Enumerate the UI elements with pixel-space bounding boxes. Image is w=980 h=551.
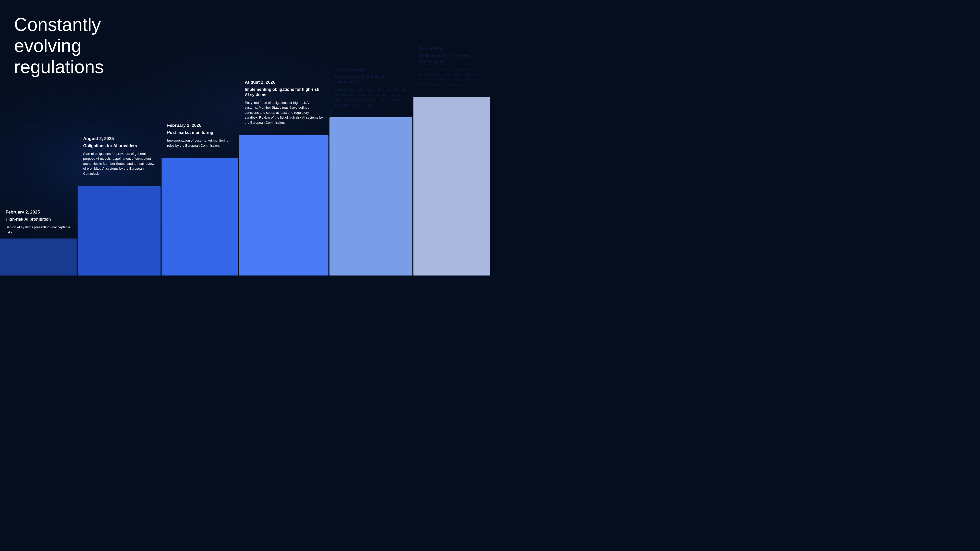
title-line2: evolving	[14, 35, 81, 56]
milestone-2-desc: Start of obligations for providers of ge…	[83, 151, 155, 176]
milestone-6-desc: Obligations for certain AI systems used …	[419, 67, 484, 87]
milestone-5-title: Evaluation of high-risk AI components	[335, 74, 407, 85]
milestone-2-bar	[78, 186, 161, 275]
milestone-3-bar	[162, 158, 238, 275]
milestone-4-content: August 2, 2026 Implementing obligations …	[239, 80, 328, 125]
milestone-3-title: Post-market monitoring	[167, 130, 232, 135]
milestone-1-date: February 2, 2025	[6, 210, 71, 215]
milestone-1-title: High-risk AI prohibition	[6, 217, 71, 222]
milestone-1-desc: Ban on AI systems presenting unacceptabl…	[6, 225, 71, 235]
milestone-3-desc: Implementation of post-market monitoring…	[167, 138, 232, 148]
milestone-1-content: February 2, 2025 High-risk AI prohibitio…	[0, 210, 76, 235]
milestone-5-desc: Start of obligations for high-risk AI sy…	[335, 87, 407, 107]
title-line3: regulations	[14, 57, 104, 77]
milestone-6-bar	[414, 97, 490, 275]
timeline-container: February 2, 2025 High-risk AI prohibitio…	[0, 76, 490, 275]
title-line1: Constantly	[14, 14, 101, 35]
milestone-6-date: End of 2030	[419, 46, 484, 52]
milestone-2-date: August 2, 2025	[83, 136, 155, 141]
milestone-5-bar	[329, 118, 412, 275]
milestone-5-date: August 2, 2027	[335, 67, 407, 72]
milestone-5-content: August 2, 2027 Evaluation of high-risk A…	[329, 67, 412, 107]
milestone-4-date: August 2, 2026	[245, 80, 323, 85]
milestone-2-content: August 2, 2025 Obligations for AI provid…	[78, 136, 161, 176]
page-title: Constantly evolving regulations	[14, 14, 104, 77]
milestone-4-title: Implementing obligations for high-risk A…	[245, 87, 323, 98]
milestone-4-bar	[239, 135, 328, 275]
milestone-2-title: Obligations for AI providers	[83, 143, 155, 149]
milestone-6-content: End of 2030 Obligations for large-scale …	[414, 46, 490, 87]
milestone-3-content: February 2, 2026 Post-market monitoring …	[162, 123, 238, 148]
milestone-1-bar	[0, 238, 76, 275]
milestone-6-title: Obligations for large-scale technologies	[419, 54, 484, 64]
milestone-4-desc: Entry into force of obligations for high…	[245, 100, 323, 125]
milestone-3-date: February 2, 2026	[167, 123, 232, 128]
